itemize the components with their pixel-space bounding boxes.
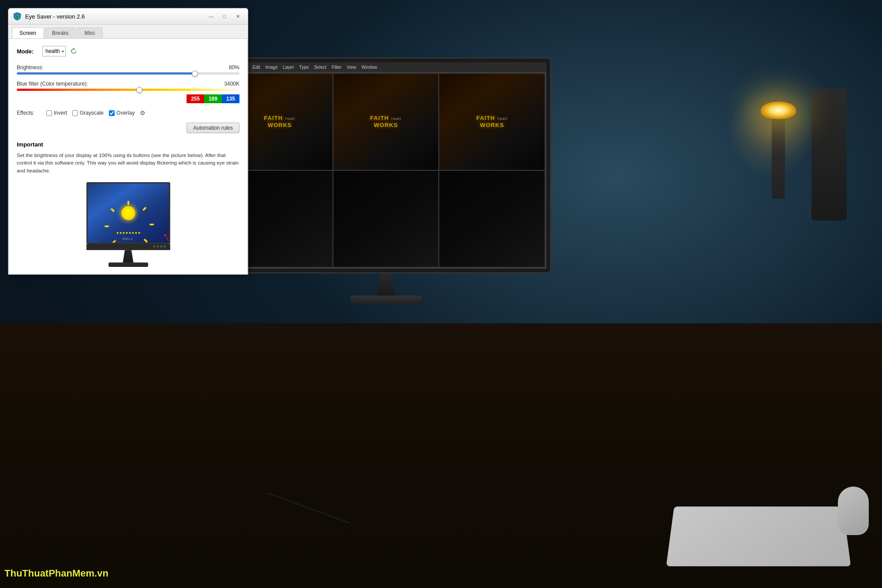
mode-select-wrapper: health normal night custom: [42, 46, 66, 56]
brightness-row: Brightness: 80%: [17, 64, 239, 75]
speaker-right: [811, 88, 847, 221]
window-controls: — □ ✕: [206, 12, 243, 21]
bezel-dot-4: [164, 245, 166, 247]
brightness-header: Brightness: 80%: [17, 64, 239, 71]
blue-filter-value: 3400K: [224, 81, 239, 87]
close-button[interactable]: ✕: [232, 12, 243, 21]
monitor-screen: PS File Edit Image Layer Type Select Fil…: [225, 62, 546, 269]
title-bar: Eye Saver - version 2.6 — □ ✕: [8, 8, 248, 25]
bezel-dot-3: [160, 245, 162, 247]
blue-filter-slider-track[interactable]: [17, 89, 239, 91]
illus-sun: [117, 202, 139, 224]
overlay-group: Overlay: [109, 110, 135, 116]
brightness-slider-thumb[interactable]: [192, 71, 198, 77]
brightness-label: Brightness:: [17, 64, 43, 71]
sun-body: [121, 206, 135, 220]
ps-thumb-6: [439, 171, 545, 267]
rgb-b-badge: 135: [222, 94, 239, 103]
faith-text-3: FAITH THAT WORKS: [466, 115, 518, 128]
monitor-base: [351, 296, 421, 303]
tab-breaks[interactable]: Breaks: [45, 27, 76, 38]
maximize-button[interactable]: □: [219, 12, 230, 21]
minimize-button[interactable]: —: [206, 12, 217, 21]
keyboard: [666, 506, 851, 566]
faith-text-1: FAITH THAT WORKS: [254, 115, 306, 128]
important-text: Set the brightness of your display at 10…: [17, 152, 239, 175]
lamp-stand: [772, 110, 785, 198]
svg-point-2: [17, 16, 18, 17]
automation-rules-button[interactable]: Automation rules: [187, 123, 239, 133]
ps-thumb-inner-5: [333, 171, 439, 267]
rgb-g-badge: 189: [204, 94, 222, 103]
overlay-label: Overlay: [116, 110, 135, 116]
effects-row: Effects: Invert Grayscale Overlay ⚙: [17, 109, 239, 116]
invert-checkbox[interactable]: [46, 110, 52, 116]
monitor-illustration: DELL ↑: [84, 182, 172, 267]
tab-bar: Screen Breaks Misc: [8, 25, 248, 39]
overlay-checkbox[interactable]: [109, 110, 115, 116]
ps-thumb-2: FAITH THAT WORKS: [333, 74, 439, 170]
gear-icon[interactable]: ⚙: [140, 109, 146, 116]
ps-thumb-inner-2: FAITH THAT WORKS: [333, 74, 439, 170]
app-icon: [13, 12, 22, 21]
faith-text-2: FAITH THAT WORKS: [359, 115, 412, 128]
external-monitor: PS File Edit Image Layer Type Select Fil…: [220, 57, 551, 313]
brightness-value: 80%: [229, 64, 239, 71]
mode-row: Mode: health normal night custom: [17, 46, 239, 56]
ps-content-grid: FAITH THAT WORKS FAITH THAT WORKS FAITH …: [225, 72, 546, 269]
mode-label: Mode:: [17, 48, 39, 55]
effects-label: Effects:: [17, 110, 41, 116]
illus-screen: DELL: [86, 182, 170, 244]
invert-group: Invert: [46, 110, 67, 116]
tab-screen[interactable]: Screen: [12, 27, 44, 38]
illus-bezel-bottom: [86, 244, 170, 250]
ps-thumb-3: FAITH THAT WORKS: [439, 74, 545, 170]
window-title: Eye Saver - version 2.6: [25, 13, 85, 20]
grayscale-group: Grayscale: [72, 110, 104, 116]
grayscale-checkbox[interactable]: [72, 110, 78, 116]
ps-thumb-5: [333, 171, 439, 267]
bezel-dot-2: [157, 245, 159, 247]
monitor-screen-inner: PS File Edit Image Layer Type Select Fil…: [225, 62, 546, 269]
ps-thumb-inner-6: [439, 171, 545, 267]
blue-filter-slider-thumb[interactable]: [136, 87, 142, 93]
important-section: Important Set the brightness of your dis…: [17, 140, 239, 175]
ps-thumb-inner-3: FAITH THAT WORKS: [439, 74, 545, 170]
invert-label: Invert: [54, 110, 67, 116]
illus-base: [108, 262, 148, 267]
eye-saver-window: Eye Saver - version 2.6 — □ ✕ Screen Bre…: [8, 8, 248, 275]
monitor-stand: [373, 273, 399, 296]
mouse: [838, 487, 869, 535]
blue-filter-label: Blue filter (Color temperature):: [17, 81, 88, 87]
brightness-slider-track[interactable]: [17, 72, 239, 75]
tab-content: Mode: health normal night custom Brightn…: [8, 39, 248, 274]
mode-select[interactable]: health normal night custom: [42, 46, 66, 56]
lamp-head: [761, 101, 796, 119]
tab-misc[interactable]: Misc: [77, 27, 103, 38]
dell-logo: DELL: [123, 237, 134, 241]
illus-stand: [122, 250, 135, 262]
grayscale-label: Grayscale: [80, 110, 104, 116]
sun-dots: [116, 232, 140, 234]
automation-row: Automation rules: [17, 123, 239, 133]
title-left: Eye Saver - version 2.6: [13, 12, 85, 21]
blue-filter-header: Blue filter (Color temperature): 3400K: [17, 81, 239, 87]
watermark: ThuThuatPhanMem.vn: [4, 568, 108, 579]
rgb-r-badge: 255: [187, 94, 204, 103]
bezel-dot-1: [153, 245, 155, 247]
important-title: Important: [17, 140, 239, 149]
monitor-body: PS File Edit Image Layer Type Select Fil…: [220, 57, 551, 273]
ps-top-bar: PS File Edit Image Layer Type Select Fil…: [225, 62, 546, 72]
rgb-row: 255 189 135: [17, 94, 239, 103]
blue-filter-row: Blue filter (Color temperature): 3400K 2…: [17, 81, 239, 103]
refresh-icon[interactable]: [69, 47, 78, 56]
